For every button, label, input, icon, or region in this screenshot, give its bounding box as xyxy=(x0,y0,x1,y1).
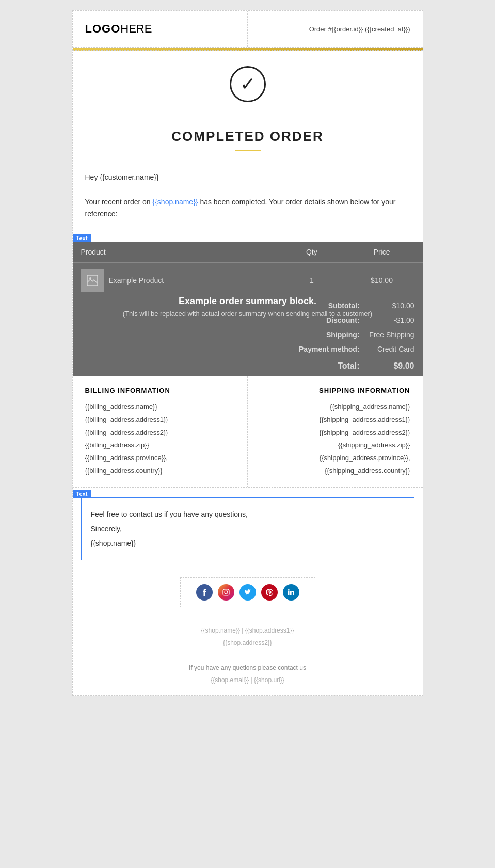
billing-title: BILLING INFORMATION xyxy=(85,387,235,394)
payment-row: Payment method: Credit Card xyxy=(73,342,423,356)
facebook-icon[interactable] xyxy=(196,584,213,601)
shop-name-var: {{shop.name}} xyxy=(153,198,198,206)
logo-light: HERE xyxy=(120,22,152,36)
instagram-icon[interactable] xyxy=(218,584,234,601)
greeting-line2: Your recent order on {{shop.name}} has b… xyxy=(85,196,410,221)
shipping-country: {{shipping_address.country}} xyxy=(260,465,410,478)
greeting-text-start: Your recent order on xyxy=(85,198,153,206)
shipping-value: Free Shipping xyxy=(368,330,414,339)
title-underline xyxy=(235,150,261,151)
svg-point-6 xyxy=(288,589,289,591)
greeting-section: Hey {{customer.name}} Your recent order … xyxy=(73,160,423,232)
header-row: LOGO HERE Order #{{order.id}} ({{created… xyxy=(73,11,423,48)
pinterest-icon[interactable] xyxy=(261,584,278,601)
order-badge-row: Text xyxy=(73,232,423,242)
total-row: Total: $9.00 xyxy=(73,356,423,376)
billing-zip: {{billing_address.zip}} xyxy=(85,439,235,452)
shipping-col: SHIPPING INFORMATION {{shipping_address.… xyxy=(248,376,423,487)
address-section: BILLING INFORMATION {{billing_address.na… xyxy=(73,376,423,488)
order-info: Order #{{order.id}} ({{created_at}}) xyxy=(248,11,423,47)
social-inner xyxy=(180,577,315,607)
footer-addr-line4: {{shop.email}} | {{shop.url}} xyxy=(81,674,414,686)
order-table-area: Example order summary block. (This will … xyxy=(73,242,423,376)
footer-addr-line2: {{shop.address2}} xyxy=(81,637,414,649)
shipping-address1: {{shipping_address.address1}} xyxy=(260,414,410,427)
footer-text-section: Text Feel free to contact us if you have… xyxy=(73,488,423,569)
billing-address1: {{billing_address.address1}} xyxy=(85,414,235,427)
product-name: Example Product xyxy=(109,276,164,285)
col-price: Price xyxy=(341,242,423,263)
billing-name: {{billing_address.name}} xyxy=(85,401,235,414)
discount-value: -$1.00 xyxy=(368,316,414,324)
billing-province: {{billing_address.province}}, xyxy=(85,452,235,465)
svg-point-3 xyxy=(225,591,228,594)
discount-row: Discount: -$1.00 xyxy=(73,313,423,327)
order-table: Product Qty Price xyxy=(73,242,423,298)
check-section: ✓ xyxy=(73,51,423,118)
discount-label: Discount: xyxy=(288,316,360,324)
subtotal-value: $10.00 xyxy=(368,302,414,310)
subtotal-label: Subtotal: xyxy=(288,302,360,310)
logo-bold: LOGO xyxy=(85,22,121,36)
payment-value: Credit Card xyxy=(368,345,414,353)
svg-point-4 xyxy=(227,590,228,591)
product-cell: Example Product xyxy=(73,263,283,298)
billing-col: BILLING INFORMATION {{billing_address.na… xyxy=(73,376,248,487)
shipping-label: Shipping: xyxy=(288,330,360,339)
greeting-line1: Hey {{customer.name}} xyxy=(85,171,410,184)
svg-rect-2 xyxy=(223,589,229,595)
footer-text-badge: Text xyxy=(73,490,91,498)
social-section xyxy=(73,569,423,616)
shipping-address2: {{shipping_address.address2}} xyxy=(260,427,410,439)
product-image xyxy=(81,269,104,292)
shipping-name: {{shipping_address.name}} xyxy=(260,401,410,414)
footer-addr-line3: If you have any quetions please contact … xyxy=(81,661,414,674)
billing-address2: {{billing_address.address2}} xyxy=(85,427,235,439)
product-qty: 1 xyxy=(282,263,341,298)
total-value: $9.00 xyxy=(368,361,414,371)
table-header-row: Product Qty Price xyxy=(73,242,423,263)
svg-rect-5 xyxy=(288,591,290,595)
shipping-zip: {{shipping_address.zip}} xyxy=(260,439,410,452)
check-circle: ✓ xyxy=(230,66,266,102)
col-product: Product xyxy=(73,242,283,263)
product-price: $10.00 xyxy=(341,263,423,298)
billing-country: {{billing_address.country}} xyxy=(85,465,235,478)
footer-line3: {{shop.name}} xyxy=(91,536,405,550)
twitter-icon[interactable] xyxy=(239,584,256,601)
shipping-province: {{shipping_address.province}}, xyxy=(260,452,410,465)
order-text-badge: Text xyxy=(73,234,91,242)
logo-section: LOGO HERE xyxy=(73,11,248,47)
footer-line1: Feel free to contact us if you have any … xyxy=(91,507,405,522)
footer-addr-line1: {{shop.name}} | {{shop.address1}} xyxy=(81,624,414,637)
footer-line2: Sincerely, xyxy=(91,522,405,536)
shipping-title: SHIPPING INFORMATION xyxy=(260,387,410,394)
page-title: COMPLETED ORDER xyxy=(85,129,410,145)
subtotal-row: Subtotal: $10.00 xyxy=(73,298,423,313)
payment-label: Payment method: xyxy=(288,345,360,353)
total-label: Total: xyxy=(288,361,360,371)
linkedin-icon[interactable] xyxy=(283,584,299,601)
check-icon: ✓ xyxy=(240,75,256,93)
col-qty: Qty xyxy=(282,242,341,263)
title-section: COMPLETED ORDER xyxy=(73,118,423,160)
shipping-row: Shipping: Free Shipping xyxy=(73,327,423,342)
order-section: Text Example order summary block. (This … xyxy=(73,232,423,376)
footer-text-inner: Feel free to contact us if you have any … xyxy=(81,497,414,560)
footer-address: {{shop.name}} | {{shop.address1}} {{shop… xyxy=(73,616,423,695)
email-container: LOGO HERE Order #{{order.id}} ({{created… xyxy=(72,10,423,696)
table-row: Example Product 1 $10.00 xyxy=(73,263,423,298)
